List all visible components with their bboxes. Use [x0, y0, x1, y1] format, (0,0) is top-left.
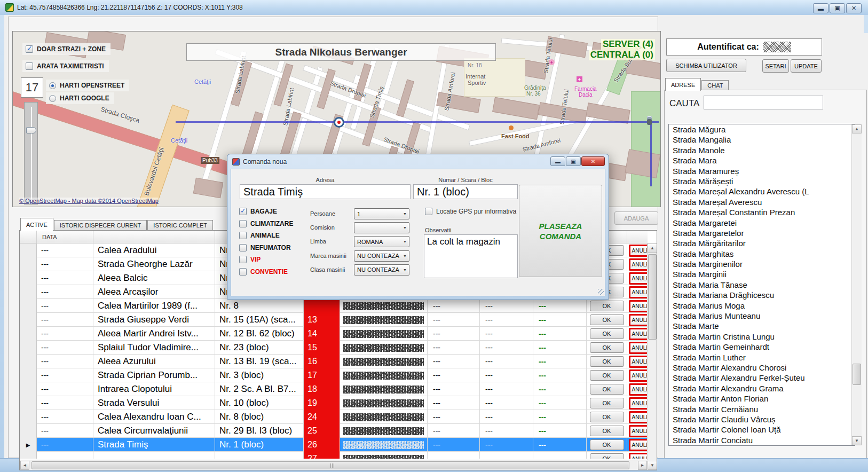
list-item[interactable]: Strada Martir Alexandru Grama [669, 383, 855, 394]
field-marca-masinii-dropdown[interactable]: NU CONTEAZA [354, 250, 409, 262]
list-item[interactable]: Strada Martir Conciatu [669, 435, 855, 445]
dialog-titlebar[interactable]: Comanda noua ▬ ▣ ✕ [227, 154, 609, 169]
tab-active[interactable]: ACTIVE [20, 218, 53, 231]
list-item[interactable]: Strada Marius Munteanu [669, 311, 855, 321]
scroll-left-arrow[interactable]: ◄ [20, 461, 29, 470]
anuleaza-button[interactable]: ANULEAZA [629, 328, 648, 340]
ok-button[interactable]: OK [590, 314, 624, 325]
vertical-scroll-thumb[interactable] [648, 254, 657, 340]
list-scroll-thumb[interactable] [853, 364, 861, 385]
option-climatizare-checkbox[interactable]: CLIMATIZARE [239, 220, 293, 227]
table-vertical-scrollbar[interactable]: ▲ ▼ [647, 243, 657, 470]
anuleaza-button[interactable]: ANULEAZA [629, 411, 648, 423]
list-item[interactable]: Strada Martir Cernăianu [669, 404, 855, 414]
plaseaza-comanda-button[interactable]: PLASEAZA COMANDA [519, 185, 602, 277]
arata-taximetristi-checkbox[interactable]: ARATA TAXIMETRISTI [22, 60, 109, 72]
scroll-down-arrow[interactable]: ▼ [648, 461, 657, 470]
scroll-up-arrow[interactable]: ▲ [852, 124, 862, 133]
ok-button[interactable]: OK [590, 398, 624, 408]
header-address[interactable] [93, 231, 215, 243]
field-persoane-dropdown[interactable]: 1 [354, 208, 409, 219]
list-item[interactable]: Strada Mareșal Averescu [669, 197, 855, 207]
list-item[interactable]: Strada Martir Colonel Ioan Uță [669, 424, 855, 435]
table-row[interactable]: ---Aleea Martir Andrei Istv...Nr. 12 Bl.… [20, 327, 648, 341]
tab-istoric-complet[interactable]: ISTORIC COMPLET [147, 220, 213, 231]
list-item[interactable]: Strada Martin Cristina Lungu [669, 332, 855, 342]
tab-adrese[interactable]: ADRESE [665, 78, 701, 91]
table-row[interactable]: ---Aleea AzuruluiNr. 13 Bl. 19 (sca...16… [20, 355, 648, 368]
anuleaza-button[interactable]: ANULEAZA [629, 314, 648, 326]
dialog-close-button[interactable]: ✕ [581, 156, 605, 166]
list-item[interactable]: Strada Martin Luther [669, 352, 855, 363]
list-item[interactable]: Strada Maramureș [669, 166, 855, 176]
ok-button[interactable]: OK [590, 301, 624, 311]
field-comision-dropdown[interactable] [354, 222, 409, 233]
ok-button[interactable]: OK [590, 439, 624, 450]
table-row[interactable]: ---Strada VersuluiNr. 10 (bloc)19-------… [20, 396, 648, 410]
list-item[interactable]: Strada Mara [669, 155, 855, 166]
list-item[interactable]: Strada Martir Anton Florian [669, 394, 855, 404]
ok-button[interactable]: OK [590, 370, 624, 381]
street-list-scrollbar[interactable]: ▲ ▼ [851, 124, 862, 445]
list-item[interactable]: Strada Maria Tănase [669, 280, 855, 290]
field-limba-dropdown[interactable]: ROMANA [354, 236, 409, 247]
search-input[interactable] [704, 96, 823, 109]
ok-button[interactable]: OK [590, 412, 624, 422]
doar-strazi-checkbox[interactable]: DOAR STRAZI + ZONE [22, 43, 111, 55]
anuleaza-button[interactable]: ANULEAZA [629, 245, 648, 257]
table-row[interactable]: ---Splaiul Tudor Vladimire...Nr. 23 (blo… [20, 341, 648, 355]
adauga-button[interactable]: ADAUGA [614, 211, 658, 225]
anuleaza-button[interactable]: ANULEAZA [629, 383, 648, 396]
list-item[interactable]: Strada Martir Alexandru Ferkel-Șuteu [669, 373, 855, 383]
table-row[interactable]: ---Intrarea ClopotuluiNr. 2 Sc. A Bl. B7… [20, 382, 648, 396]
anuleaza-button[interactable]: ANULEAZA [629, 300, 648, 312]
zoom-slider-thumb[interactable] [26, 127, 36, 133]
harti-google-radio[interactable]: HARTI GOOGLE [46, 92, 114, 104]
list-item[interactable]: Strada Marte [669, 321, 855, 331]
tab-istoric-dispecer[interactable]: ISTORIC DISPECER CURENT [54, 220, 147, 231]
list-item[interactable]: Strada Mareșal Alexandru Averescu (L [669, 186, 855, 196]
table-row[interactable]: ---Calea Martirilor 1989 (f...Nr. 8-----… [20, 299, 648, 313]
list-item[interactable]: Strada Martir Claudiu Vârcuș [669, 414, 855, 424]
anuleaza-button[interactable]: ANULEAZA [629, 272, 648, 285]
option-animale-checkbox[interactable]: ANIMALE [239, 232, 280, 239]
ok-button[interactable]: OK [590, 426, 624, 436]
dialog-maximize-button[interactable]: ▣ [566, 156, 581, 166]
list-item[interactable]: Strada Mangalia [669, 135, 855, 145]
observatii-textarea[interactable]: La colt la magazin [424, 234, 518, 278]
list-item[interactable]: Strada Mariana Drăghicescu [669, 290, 855, 300]
setari-button[interactable]: SETARI [762, 59, 789, 73]
close-button[interactable]: ✕ [846, 3, 862, 13]
horizontal-scroll-thumb[interactable] [31, 461, 629, 469]
ok-button[interactable]: OK [590, 342, 624, 353]
harti-openstreet-radio[interactable]: HARTI OPENSTREET [46, 80, 129, 91]
ok-button[interactable]: OK [590, 328, 624, 339]
schimba-utilizator-button[interactable]: SCHIMBA UTILIZATOR [666, 59, 746, 72]
anuleaza-button[interactable]: ANULEAZA [629, 369, 648, 382]
street-list[interactable]: Strada MăguraStrada MangaliaStrada Manol… [668, 124, 855, 446]
zoom-slider[interactable] [24, 102, 38, 204]
list-item[interactable]: Strada Margaretei [669, 218, 855, 228]
minimize-button[interactable]: ▬ [813, 3, 828, 13]
option-vip-checkbox[interactable]: VIP [239, 256, 261, 263]
field-clasa-masinii-dropdown[interactable]: NU CONTEAZA [354, 264, 409, 276]
list-item[interactable]: Strada Mareșal Constantin Prezan [669, 207, 855, 217]
list-item[interactable]: Strada Mărgăritarilor [669, 238, 855, 248]
gps-informativa-checkbox[interactable]: Locatie GPS pur informativa [425, 208, 516, 215]
anuleaza-button[interactable]: ANULEAZA [629, 356, 648, 368]
update-button[interactable]: UPDATE [791, 59, 822, 73]
adresa-input[interactable] [240, 184, 411, 199]
dialog-resize-grip[interactable] [598, 289, 604, 295]
ok-button[interactable]: OK [590, 453, 624, 459]
list-item[interactable]: Strada Marius Moga [669, 301, 855, 311]
list-item[interactable]: Strada Margaretelor [669, 228, 855, 238]
header-anuleaza[interactable] [627, 231, 657, 243]
scroll-up-arrow[interactable]: ▲ [648, 243, 657, 253]
anuleaza-button[interactable]: ANULEAZA [629, 425, 648, 437]
option-nefumator-checkbox[interactable]: NEFUMATOR [239, 244, 291, 251]
list-item[interactable]: Strada Marghitas [669, 249, 855, 259]
anuleaza-button[interactable]: ANULEAZA [629, 439, 648, 451]
anuleaza-button[interactable]: ANULEAZA [629, 453, 648, 459]
list-item[interactable]: Strada Măgura [669, 124, 855, 135]
table-horizontal-scrollbar[interactable]: ◄ ► [20, 460, 648, 470]
